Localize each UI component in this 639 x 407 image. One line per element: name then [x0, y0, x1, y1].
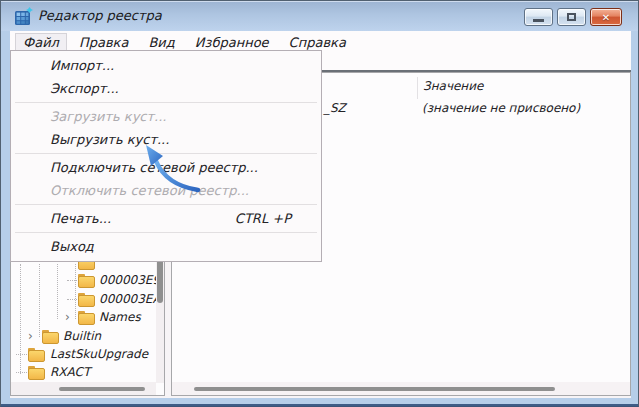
tree-connector-line: [67, 299, 77, 300]
tree-connector-line: [67, 280, 77, 281]
menu-item-shortcut: CTRL +P: [235, 211, 291, 226]
folder-icon: [78, 311, 94, 324]
tree-item-label: RXACT: [50, 365, 90, 379]
window-bottom-edge: [1, 404, 638, 406]
tree-horizontal-scrollbar-thumb[interactable]: [59, 387, 145, 391]
file-menu-item-load-hive: Загрузить куст...: [11, 105, 321, 128]
tree-item-builtin[interactable]: ›Builtin: [11, 327, 161, 345]
close-icon: ✕: [602, 12, 610, 23]
column-divider[interactable]: [417, 77, 418, 99]
registry-editor-window: Редактор реестра ✕ ФайлПравкаВидИзбранно…: [0, 0, 639, 407]
folder-icon: [78, 293, 94, 306]
menu-separator: [15, 232, 317, 233]
tree-item-label: Names: [99, 310, 141, 324]
column-header-value[interactable]: Значение: [423, 79, 483, 93]
tree-connector-line: [16, 372, 27, 373]
menubar-item-view[interactable]: Вид: [140, 33, 182, 52]
tree-item-000003ea[interactable]: 000003EA: [11, 290, 161, 308]
tree-item-label: 000003E9: [99, 273, 160, 287]
value-row-type[interactable]: _SZ: [324, 101, 346, 115]
minimize-button[interactable]: [524, 8, 553, 26]
maximize-icon: [567, 13, 576, 21]
tree-item-lastskuupgrade[interactable]: LastSkuUpgrade: [11, 345, 161, 363]
menubar-item-edit[interactable]: Правка: [71, 33, 136, 52]
file-menu-item-export[interactable]: Экспорт...: [11, 77, 321, 100]
menu-item-label: Загрузить куст...: [50, 109, 166, 124]
tree-connector-line: [16, 354, 27, 355]
window-title: Редактор реестра: [38, 8, 162, 23]
folder-icon: [78, 274, 94, 287]
maximize-button[interactable]: [557, 8, 586, 26]
tree-item-label: Builtin: [63, 329, 101, 343]
expand-chevron-icon[interactable]: ›: [28, 328, 33, 344]
titlebar[interactable]: Редактор реестра ✕: [1, 1, 638, 31]
tree-item-000003e9[interactable]: 000003E9: [11, 271, 161, 289]
tree-item-names[interactable]: ›Names: [11, 308, 161, 326]
window-controls: ✕: [524, 8, 622, 26]
folder-icon: [28, 366, 44, 379]
tree-horizontal-scrollbar[interactable]: [11, 382, 156, 395]
annotation-arrow-icon: [136, 143, 208, 199]
folder-icon: [28, 348, 44, 361]
menu-item-label: Выход: [50, 239, 94, 254]
file-menu-item-print[interactable]: Печать...CTRL +P: [11, 207, 321, 230]
tree-item-label: LastSkuUpgrade: [50, 347, 148, 361]
menu-item-label: Импорт...: [50, 58, 114, 73]
menubar-item-file[interactable]: Файл: [15, 33, 67, 52]
list-horizontal-scrollbar-thumb[interactable]: [194, 387, 555, 391]
tree-item-label: 000003EA: [99, 292, 161, 306]
folder-icon: [42, 330, 58, 343]
list-horizontal-scrollbar[interactable]: [172, 382, 630, 395]
menu-item-label: Экспорт...: [50, 81, 119, 96]
file-menu-item-import[interactable]: Импорт...: [11, 54, 321, 77]
registry-grid-icon[interactable]: [14, 7, 33, 26]
menubar-item-favorites[interactable]: Избранное: [187, 33, 277, 52]
menu-separator: [15, 204, 317, 205]
file-menu-item-exit[interactable]: Выход: [11, 235, 321, 258]
minimize-icon: [533, 19, 544, 22]
menubar-item-help[interactable]: Справка: [281, 33, 354, 52]
close-button[interactable]: ✕: [590, 8, 622, 26]
value-row-data[interactable]: (значение не присвоено): [422, 101, 580, 115]
client-area: ФайлПравкаВидИзбранноеСправка 000003E900…: [10, 31, 631, 398]
tree-item-rxact[interactable]: RXACT: [11, 363, 161, 381]
expand-chevron-icon[interactable]: ›: [65, 309, 70, 325]
menu-separator: [15, 102, 317, 103]
menu-item-label: Печать...: [50, 211, 111, 226]
